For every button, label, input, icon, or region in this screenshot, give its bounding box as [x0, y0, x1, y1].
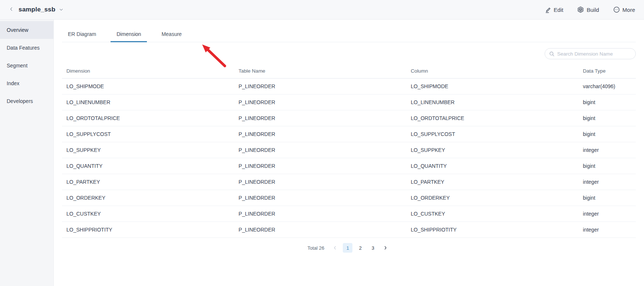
more-button[interactable]: More — [613, 6, 635, 13]
tab-er-diagram[interactable]: ER Diagram — [62, 28, 102, 42]
build-icon — [577, 6, 584, 13]
dimension-cell: LO_CUSTKEY — [62, 206, 234, 222]
column-cell: LO_QUANTITY — [406, 158, 578, 174]
table-row: LO_SHIPPRIOTITYP_LINEORDERLO_SHIPPRIOTIT… — [62, 222, 636, 238]
dimension-cell: LO_QUANTITY — [62, 158, 234, 174]
table-row: LO_PARTKEYP_LINEORDERLO_PARTKEYinteger — [62, 174, 636, 190]
data-type-cell: varchar(4096) — [578, 79, 636, 94]
total-count-label: Total 26 — [308, 245, 325, 251]
tab-dimension[interactable]: Dimension — [111, 28, 147, 42]
page-title: sample_ssb — [19, 6, 55, 13]
column-cell: LO_SUPPLYCOST — [406, 126, 578, 142]
dimension-cell: LO_SUPPKEY — [62, 142, 234, 158]
dimension-cell: LO_ORDERKEY — [62, 190, 234, 206]
pencil-icon — [545, 7, 551, 13]
column-header-data-type: Data Type — [578, 64, 636, 79]
column-header-column: Column — [406, 64, 578, 79]
column-cell: LO_SHIPPRIOTITY — [406, 222, 578, 238]
column-header-dimension: Dimension — [62, 64, 234, 79]
sidebar-item-index[interactable]: Index — [0, 74, 53, 92]
page-button-1[interactable]: 1 — [343, 243, 352, 253]
search-icon — [549, 51, 555, 57]
column-header-table-name: Table Name — [234, 64, 406, 79]
data-type-cell: integer — [578, 142, 636, 158]
table-header-row: DimensionTable NameColumnData Type — [62, 64, 636, 79]
tab-measure[interactable]: Measure — [155, 28, 187, 42]
dimension-cell: LO_PARTKEY — [62, 174, 234, 190]
edit-button[interactable]: Edit — [545, 7, 564, 13]
table-name-cell: P_LINEORDER — [234, 206, 406, 222]
dimension-cell: LO_SHIPMODE — [62, 79, 234, 94]
build-button[interactable]: Build — [577, 6, 599, 13]
edit-label: Edit — [554, 7, 564, 13]
data-type-cell: integer — [578, 222, 636, 238]
column-cell: LO_CUSTKEY — [406, 206, 578, 222]
prev-page-button[interactable] — [330, 243, 340, 253]
page-button-3[interactable]: 3 — [368, 243, 378, 253]
pagination: Total 26 123 — [62, 243, 636, 253]
chevron-left-icon — [9, 6, 14, 13]
topbar: sample_ssb EditBuildMore — [0, 0, 644, 20]
sidebar-item-segment[interactable]: Segment — [0, 57, 53, 74]
data-type-cell: integer — [578, 174, 636, 190]
dimension-cell: LO_ORDTOTALPRICE — [62, 110, 234, 126]
table-name-cell: P_LINEORDER — [234, 126, 406, 142]
search-box[interactable] — [545, 48, 636, 59]
column-cell: LO_SHIPMODE — [406, 79, 578, 94]
column-cell: LO_LINENUMBER — [406, 94, 578, 110]
table-name-cell: P_LINEORDER — [234, 190, 406, 206]
toolbar — [62, 48, 636, 59]
back-button[interactable] — [9, 6, 14, 13]
data-type-cell: bigint — [578, 158, 636, 174]
column-cell: LO_PARTKEY — [406, 174, 578, 190]
table-row: LO_LINENUMBERP_LINEORDERLO_LINENUMBERbig… — [62, 94, 636, 110]
column-cell: LO_SUPPKEY — [406, 142, 578, 158]
table-name-cell: P_LINEORDER — [234, 174, 406, 190]
tab-bar: ER DiagramDimensionMeasure — [62, 28, 636, 42]
dimension-table: DimensionTable NameColumnData Type LO_SH… — [62, 64, 636, 238]
dimension-cell: LO_SUPPLYCOST — [62, 126, 234, 142]
data-type-cell: bigint — [578, 110, 636, 126]
table-row: LO_SHIPMODEP_LINEORDERLO_SHIPMODEvarchar… — [62, 79, 636, 94]
data-type-cell: bigint — [578, 94, 636, 110]
dimension-cell: LO_SHIPPRIOTITY — [62, 222, 234, 238]
data-type-cell: integer — [578, 206, 636, 222]
dimension-cell: LO_LINENUMBER — [62, 94, 234, 110]
sidebar: OverviewData FeaturesSegmentIndexDevelop… — [0, 20, 54, 286]
more-label: More — [622, 7, 635, 13]
search-input[interactable] — [557, 51, 631, 57]
column-cell: LO_ORDERKEY — [406, 190, 578, 206]
table-name-cell: P_LINEORDER — [234, 158, 406, 174]
data-type-cell: bigint — [578, 126, 636, 142]
topbar-actions: EditBuildMore — [545, 6, 635, 13]
next-page-button[interactable] — [381, 243, 390, 253]
table-row: LO_SUPPLYCOSTP_LINEORDERLO_SUPPLYCOSTbig… — [62, 126, 636, 142]
table-name-cell: P_LINEORDER — [234, 79, 406, 94]
table-name-cell: P_LINEORDER — [234, 222, 406, 238]
sidebar-item-overview[interactable]: Overview — [0, 21, 53, 39]
main-content: ER DiagramDimensionMeasure DimensionTabl… — [54, 20, 644, 286]
sidebar-item-developers[interactable]: Developers — [0, 92, 53, 110]
table-row: LO_CUSTKEYP_LINEORDERLO_CUSTKEYinteger — [62, 206, 636, 222]
page-button-2[interactable]: 2 — [355, 243, 365, 253]
more-icon — [613, 6, 620, 13]
table-name-cell: P_LINEORDER — [234, 142, 406, 158]
table-name-cell: P_LINEORDER — [234, 110, 406, 126]
chevron-down-icon[interactable] — [59, 7, 63, 12]
column-cell: LO_ORDTOTALPRICE — [406, 110, 578, 126]
build-label: Build — [586, 7, 599, 13]
table-row: LO_QUANTITYP_LINEORDERLO_QUANTITYbigint — [62, 158, 636, 174]
table-row: LO_SUPPKEYP_LINEORDERLO_SUPPKEYinteger — [62, 142, 636, 158]
data-type-cell: bigint — [578, 190, 636, 206]
table-row: LO_ORDERKEYP_LINEORDERLO_ORDERKEYbigint — [62, 190, 636, 206]
sidebar-item-data-features[interactable]: Data Features — [0, 39, 53, 57]
table-row: LO_ORDTOTALPRICEP_LINEORDERLO_ORDTOTALPR… — [62, 110, 636, 126]
table-name-cell: P_LINEORDER — [234, 94, 406, 110]
